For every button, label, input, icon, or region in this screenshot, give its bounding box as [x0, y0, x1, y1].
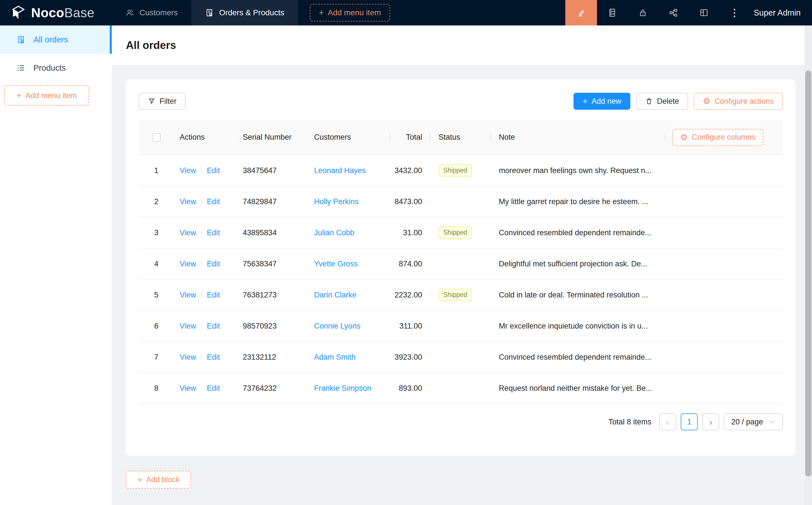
- column-header-actions: Actions: [174, 120, 241, 155]
- more-menu-button[interactable]: ⋮: [719, 0, 750, 25]
- filter-label: Filter: [160, 97, 176, 106]
- column-header-note: Note: [491, 120, 665, 155]
- sidebar-add-menu-item-button[interactable]: + Add menu item: [4, 86, 89, 106]
- total-cell: 3432.00: [390, 155, 430, 186]
- status-badge: Shipped: [438, 289, 472, 301]
- actions-divider: [201, 167, 202, 174]
- customer-link[interactable]: Leonard Hayes: [314, 166, 366, 175]
- actions-divider: [201, 354, 202, 361]
- orders-table: Actions Serial Number Customers Total St…: [139, 120, 783, 404]
- status-cell: Shipped: [430, 155, 491, 186]
- scrollbar-thumb[interactable]: [805, 71, 811, 476]
- plus-icon: +: [137, 476, 142, 484]
- orders-table-card: Filter + Add new Delete: [126, 79, 796, 456]
- total-cell: 893.00: [390, 373, 430, 404]
- edit-link[interactable]: Edit: [207, 384, 220, 392]
- view-link[interactable]: View: [180, 166, 196, 175]
- customer-cell: Leonard Hayes: [313, 155, 390, 186]
- page-content: Filter + Add new Delete: [112, 65, 812, 505]
- edit-link[interactable]: Edit: [207, 322, 220, 330]
- configure-actions-button[interactable]: ⚙ Configure actions: [694, 93, 783, 110]
- edit-link[interactable]: Edit: [207, 291, 220, 299]
- tab-orders-products-label: Orders & Products: [219, 8, 284, 17]
- workflow-button[interactable]: [658, 0, 689, 25]
- page-title: All orders: [126, 39, 176, 51]
- nocobase-logo-icon: [10, 5, 27, 21]
- list-icon: [16, 63, 25, 72]
- table-toolbar: Filter + Add new Delete: [139, 93, 783, 110]
- row-index-cell: 5: [139, 279, 174, 311]
- serial-number-cell: 76381273: [241, 279, 313, 311]
- serial-number-cell: 23132112: [241, 342, 313, 373]
- scrollbar-track: [805, 25, 812, 505]
- row-actions-cell: ViewEdit: [174, 279, 241, 311]
- row-actions-cell: ViewEdit: [174, 186, 241, 217]
- database-button[interactable]: [597, 0, 628, 25]
- tab-customers[interactable]: Customers: [112, 0, 191, 25]
- select-all-checkbox[interactable]: [152, 133, 161, 142]
- nocobase-logo[interactable]: NocoBase: [0, 0, 112, 25]
- configure-columns-button[interactable]: ⚙ Configure columns: [672, 129, 763, 146]
- row-trailing-cell: [665, 186, 783, 217]
- edit-link[interactable]: Edit: [207, 166, 220, 175]
- edit-link[interactable]: Edit: [207, 260, 220, 268]
- row-index: 1: [154, 166, 158, 175]
- highlighter-icon: [576, 8, 586, 17]
- sidebar-item-products[interactable]: Products: [0, 54, 112, 82]
- total-cell: 874.00: [390, 248, 430, 279]
- page-size-select[interactable]: 20 / page: [724, 413, 783, 431]
- note-cell: Convinced resembled dependent remainde..…: [491, 217, 665, 248]
- customer-link[interactable]: Darin Clarke: [314, 291, 357, 299]
- pagination-next-button[interactable]: ›: [702, 413, 719, 431]
- customer-link[interactable]: Adam Smith: [314, 353, 356, 361]
- brand-light: Base: [64, 5, 95, 20]
- chevron-left-icon: ‹: [666, 417, 669, 427]
- pagination: Total 8 items ‹ 1 › 20 / page: [139, 413, 783, 431]
- row-trailing-cell: [665, 342, 783, 373]
- edit-link[interactable]: Edit: [207, 353, 220, 361]
- view-link[interactable]: View: [180, 197, 196, 206]
- view-link[interactable]: View: [180, 384, 196, 392]
- flow-icon: [669, 8, 678, 17]
- select-all-cell: [139, 120, 174, 155]
- view-link[interactable]: View: [180, 260, 196, 268]
- sidebar-item-all-orders[interactable]: All orders: [0, 25, 112, 54]
- header-add-menu-item-button[interactable]: + Add menu item: [310, 4, 390, 21]
- ui-editor-toggle-button[interactable]: [565, 0, 597, 25]
- pagination-total: Total 8 items: [608, 417, 652, 427]
- view-link[interactable]: View: [180, 353, 196, 361]
- tab-orders-products[interactable]: Orders & Products: [191, 0, 298, 25]
- page-header: All orders: [112, 25, 812, 65]
- pagination-page-1[interactable]: 1: [681, 413, 698, 431]
- layout-button[interactable]: [689, 0, 719, 25]
- column-header-total: Total: [390, 120, 430, 155]
- edit-link[interactable]: Edit: [207, 197, 220, 206]
- actions-divider: [201, 261, 202, 268]
- customer-link[interactable]: Frankie Simpson: [314, 384, 372, 392]
- more-icon: ⋮: [729, 7, 739, 19]
- view-link[interactable]: View: [180, 322, 196, 330]
- customer-cell: Frankie Simpson: [313, 373, 390, 404]
- row-trailing-cell: [665, 217, 783, 248]
- row-index: 2: [154, 197, 158, 206]
- sidebar-item-label: All orders: [33, 35, 68, 44]
- pagination-prev-button[interactable]: ‹: [659, 413, 676, 431]
- customer-link[interactable]: Connie Lyons: [314, 322, 361, 330]
- customer-link[interactable]: Holly Perkins: [314, 197, 359, 206]
- delete-button[interactable]: Delete: [636, 93, 688, 110]
- edit-link[interactable]: Edit: [207, 228, 220, 237]
- permissions-button[interactable]: [628, 0, 658, 25]
- filter-button[interactable]: Filter: [139, 93, 185, 110]
- plus-icon: +: [16, 91, 21, 100]
- customer-link[interactable]: Julian Cobb: [314, 228, 355, 237]
- table-row: 5 ViewEdit 76381273 Darin Clarke 2232.00…: [139, 279, 783, 311]
- view-link[interactable]: View: [180, 228, 196, 237]
- add-block-button[interactable]: + Add block: [126, 471, 191, 489]
- add-new-button[interactable]: + Add new: [573, 93, 630, 110]
- add-new-label: Add new: [591, 97, 621, 106]
- status-cell: [430, 342, 491, 373]
- table-body: 1 ViewEdit 38475647 Leonard Hayes 3432.0…: [139, 155, 783, 404]
- customer-link[interactable]: Yvette Gross: [314, 260, 358, 268]
- view-link[interactable]: View: [180, 291, 196, 299]
- user-menu[interactable]: Super Admin: [754, 8, 801, 17]
